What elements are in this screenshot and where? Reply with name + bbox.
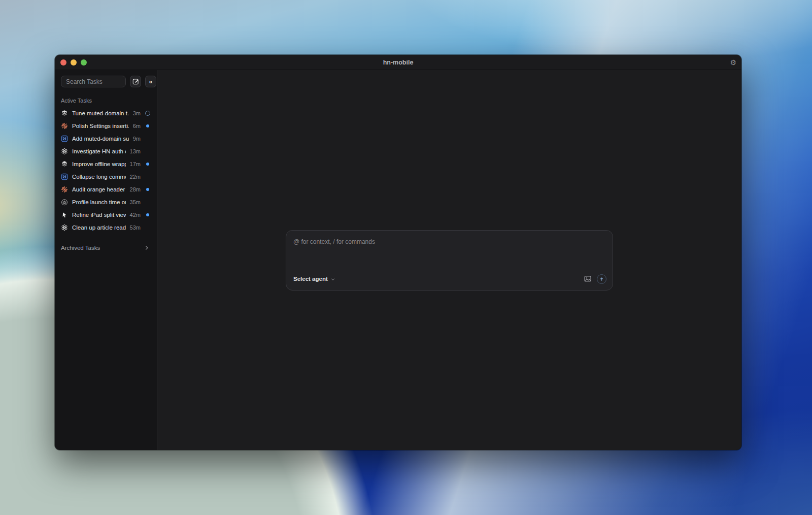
cube-icon — [61, 160, 68, 168]
task-list-item[interactable]: Investigate HN auth c... 13m — [55, 145, 157, 157]
image-attach-icon — [584, 275, 592, 283]
task-time: 42m — [130, 212, 141, 218]
unread-dot — [145, 188, 151, 191]
task-list-item[interactable]: Polish Settings inserti... 6m — [55, 119, 157, 132]
app-window: hn-mobile ⚙︎ « Active Tasks Tune muted-d… — [55, 55, 741, 450]
task-list-item[interactable]: Add muted-domain su... 9m — [55, 132, 157, 145]
claude-icon — [61, 122, 68, 130]
image-attach-button[interactable] — [584, 275, 592, 283]
minimize-window-button[interactable] — [71, 59, 77, 66]
task-label: Improve offline wrapp... — [72, 161, 126, 167]
task-label: Polish Settings inserti... — [72, 123, 129, 129]
chevron-right-icon — [144, 245, 150, 251]
openai-icon — [61, 224, 68, 231]
composer-actions — [584, 274, 606, 284]
task-label: Tune muted-domain t... — [72, 110, 129, 116]
composer-toolbar: Select agent — [286, 274, 613, 290]
archived-tasks-item[interactable]: Archived Tasks — [55, 242, 157, 253]
task-time: 6m — [133, 123, 141, 129]
claude-icon — [61, 186, 68, 193]
cursor-icon — [61, 211, 68, 218]
task-label: Collapse long comme... — [72, 174, 126, 180]
archived-tasks-label: Archived Tasks — [61, 245, 100, 251]
select-agent-label: Select agent — [293, 276, 328, 282]
bot-icon — [61, 199, 68, 206]
unread-dot — [145, 124, 151, 127]
task-list: Tune muted-domain t... 3m Polish Setting… — [55, 107, 157, 234]
task-time: 9m — [133, 136, 141, 142]
task-label: Audit orange header c... — [72, 186, 126, 192]
task-list-item[interactable]: Improve offline wrapp... 17m — [55, 157, 157, 170]
task-list-item[interactable]: Collapse long comme... 22m — [55, 170, 157, 183]
task-list-item[interactable]: Clean up article reader... 53m — [55, 221, 157, 234]
send-button[interactable] — [597, 274, 606, 284]
send-arrow-icon — [599, 276, 604, 282]
sidebar-toolbar: « — [55, 76, 157, 87]
codex-icon — [61, 135, 68, 142]
task-label: Add muted-domain su... — [72, 136, 129, 142]
progress-ring — [145, 111, 151, 116]
composer-input[interactable] — [286, 231, 613, 274]
task-list-item[interactable]: Audit orange header c... 28m — [55, 183, 157, 196]
window-body: « Active Tasks Tune muted-domain t... 3m… — [55, 70, 741, 450]
sidebar: « Active Tasks Tune muted-domain t... 3m… — [55, 70, 157, 450]
task-list-item[interactable]: Tune muted-domain t... 3m — [55, 107, 157, 119]
task-label: Refine iPad split view l... — [72, 212, 126, 218]
collapse-sidebar-icon: « — [149, 78, 152, 85]
task-time: 22m — [130, 174, 141, 180]
zoom-window-button[interactable] — [81, 59, 87, 66]
active-tasks-header: Active Tasks — [61, 98, 151, 104]
search-input[interactable] — [61, 76, 126, 87]
main-content: Select agent — [157, 70, 741, 450]
task-label: Clean up article reader... — [72, 224, 126, 231]
compose-icon — [132, 78, 140, 85]
task-time: 53m — [130, 224, 141, 231]
task-time: 35m — [130, 199, 141, 205]
task-time: 17m — [130, 161, 141, 167]
unread-dot — [145, 213, 151, 216]
unread-dot — [145, 163, 151, 166]
chevron-down-icon — [330, 277, 335, 282]
task-label: Investigate HN auth c... — [72, 148, 126, 154]
task-list-item[interactable]: Profile launch time on ... 35m — [55, 196, 157, 208]
task-label: Profile launch time on ... — [72, 199, 126, 205]
openai-icon — [61, 148, 68, 155]
close-window-button[interactable] — [60, 59, 66, 66]
message-composer: Select agent — [286, 230, 613, 291]
task-time: 28m — [130, 186, 141, 192]
select-agent-dropdown[interactable]: Select agent — [293, 276, 335, 282]
task-time: 13m — [130, 148, 141, 154]
collapse-sidebar-button[interactable]: « — [145, 76, 156, 87]
gear-icon[interactable]: ⚙︎ — [730, 55, 736, 70]
task-list-item[interactable]: Refine iPad split view l... 42m — [55, 208, 157, 221]
desktop: hn-mobile ⚙︎ « Active Tasks Tune muted-d… — [0, 0, 812, 515]
new-task-button[interactable] — [130, 76, 141, 87]
titlebar: hn-mobile ⚙︎ — [55, 55, 741, 70]
traffic-lights — [55, 59, 87, 66]
cube-icon — [61, 110, 68, 117]
window-title: hn-mobile — [55, 59, 741, 66]
codex-icon — [61, 173, 68, 180]
task-time: 3m — [133, 110, 141, 116]
